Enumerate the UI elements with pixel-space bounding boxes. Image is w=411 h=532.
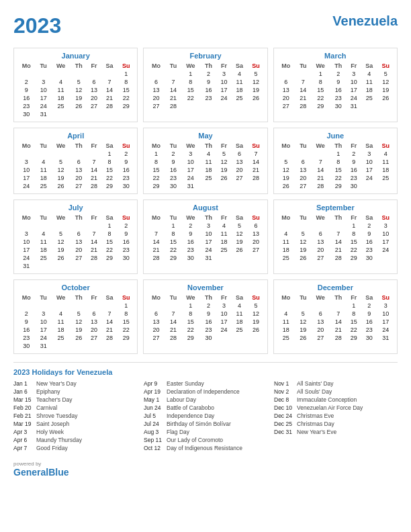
cal-day bbox=[311, 302, 330, 310]
month-block-october: OctoberMoTuWeThFrSaSu1234567891011121314… bbox=[13, 279, 138, 354]
cal-day: 31 bbox=[377, 334, 394, 342]
cal-day: 30 bbox=[330, 102, 347, 110]
month-name: January bbox=[17, 52, 134, 60]
cal-day: 16 bbox=[17, 326, 36, 334]
cal-day: 27 bbox=[247, 246, 264, 254]
cal-day: 10 bbox=[377, 310, 394, 318]
cal-day: 11 bbox=[51, 86, 71, 94]
cal-day: 20 bbox=[146, 326, 165, 334]
cal-day: 3 bbox=[17, 230, 36, 238]
cal-day bbox=[51, 222, 71, 230]
cal-day: 1 bbox=[101, 150, 118, 158]
cal-day: 27 bbox=[146, 334, 165, 342]
holidays-section: 2023 Holidays for Venezuela Jan 1New Yea… bbox=[13, 362, 398, 453]
cal-day: 18 bbox=[277, 326, 295, 334]
cal-day: 2 bbox=[118, 222, 134, 230]
cal-day: 7 bbox=[330, 230, 347, 238]
cal-day: 12 bbox=[247, 310, 264, 318]
cal-table: MoTuWeThFrSaSu12345678910111213141516171… bbox=[277, 62, 394, 110]
cal-day bbox=[71, 222, 87, 230]
cal-day bbox=[17, 70, 36, 78]
cal-day: 21 bbox=[101, 94, 118, 102]
cal-day: 18 bbox=[51, 326, 71, 334]
cal-day: 29 bbox=[118, 102, 134, 110]
cal-day: 18 bbox=[36, 246, 51, 254]
cal-day: 3 bbox=[377, 222, 394, 230]
cal-day: 3 bbox=[181, 150, 200, 158]
cal-day: 24 bbox=[216, 94, 231, 102]
cal-day: 28 bbox=[146, 254, 165, 262]
cal-day: 28 bbox=[247, 174, 264, 182]
holiday-name: Christmas Day bbox=[297, 420, 334, 427]
holiday-name: Christmas Eve bbox=[297, 412, 334, 419]
cal-day: 29 bbox=[101, 182, 118, 190]
cal-day: 9 bbox=[361, 310, 377, 318]
cal-day: 17 bbox=[36, 94, 51, 102]
cal-day: 15 bbox=[347, 318, 361, 326]
holiday-item: Dec 31New Year's Eve bbox=[274, 429, 398, 435]
cal-day: 18 bbox=[231, 86, 247, 94]
cal-day: 13 bbox=[87, 318, 101, 326]
cal-day: 12 bbox=[295, 238, 311, 246]
cal-day: 15 bbox=[330, 166, 347, 174]
cal-day: 6 bbox=[311, 230, 330, 238]
cal-day: 12 bbox=[51, 238, 71, 246]
cal-day: 21 bbox=[146, 246, 165, 254]
cal-day: 8 bbox=[101, 230, 118, 238]
holiday-name: Battle of Carabobo bbox=[167, 404, 214, 411]
cal-day: 21 bbox=[247, 166, 264, 174]
cal-day: 6 bbox=[295, 158, 311, 166]
cal-day: 25 bbox=[277, 254, 295, 262]
cal-day bbox=[36, 302, 51, 310]
month-name: September bbox=[277, 204, 394, 212]
cal-day: 31 bbox=[181, 182, 200, 190]
cal-day bbox=[295, 222, 311, 230]
cal-day: 18 bbox=[216, 238, 231, 246]
cal-day bbox=[166, 302, 181, 310]
cal-day: 2 bbox=[361, 222, 377, 230]
cal-day: 21 bbox=[166, 326, 181, 334]
cal-day: 8 bbox=[330, 158, 347, 166]
cal-day: 22 bbox=[181, 94, 200, 102]
cal-day: 23 bbox=[200, 326, 216, 334]
cal-day: 11 bbox=[36, 238, 51, 246]
cal-day bbox=[231, 254, 247, 262]
cal-day: 5 bbox=[71, 310, 87, 318]
holiday-date: Aug 3 bbox=[144, 429, 164, 435]
cal-day: 28 bbox=[87, 254, 101, 262]
cal-day bbox=[330, 222, 347, 230]
cal-day: 5 bbox=[51, 158, 71, 166]
cal-day: 22 bbox=[101, 246, 118, 254]
month-name: August bbox=[146, 204, 264, 212]
cal-day: 26 bbox=[216, 174, 231, 182]
cal-day: 14 bbox=[87, 238, 101, 246]
month-name: November bbox=[146, 283, 264, 292]
cal-day: 20 bbox=[71, 246, 87, 254]
cal-day: 27 bbox=[277, 102, 295, 110]
cal-day bbox=[247, 334, 264, 342]
holiday-date: Apr 3 bbox=[13, 429, 34, 435]
cal-day bbox=[146, 222, 165, 230]
cal-day bbox=[17, 222, 36, 230]
cal-day: 29 bbox=[118, 334, 134, 342]
holiday-date: Jan 6 bbox=[13, 388, 34, 395]
cal-day: 2 bbox=[181, 222, 200, 230]
holiday-date: Nov 2 bbox=[274, 388, 294, 395]
cal-day: 10 bbox=[181, 158, 200, 166]
cal-day: 28 bbox=[295, 102, 311, 110]
cal-day: 19 bbox=[71, 94, 87, 102]
cal-day: 15 bbox=[118, 86, 134, 94]
cal-day: 31 bbox=[17, 262, 36, 270]
holiday-name: All Souls' Day bbox=[297, 388, 332, 395]
cal-day: 22 bbox=[347, 246, 361, 254]
month-name: May bbox=[146, 132, 264, 140]
holiday-item: Apr 19Declaration of Independence bbox=[144, 388, 267, 395]
month-block-january: JanuaryMoTuWeThFrSaSu1234567891011121314… bbox=[13, 48, 138, 122]
cal-day: 7 bbox=[101, 78, 118, 86]
cal-day: 1 bbox=[101, 222, 118, 230]
cal-day: 24 bbox=[377, 326, 394, 334]
cal-day: 14 bbox=[295, 86, 311, 94]
cal-table: MoTuWeThFrSaSu12345678910111213141516171… bbox=[17, 214, 134, 270]
cal-day: 4 bbox=[51, 78, 71, 86]
cal-day: 9 bbox=[347, 158, 361, 166]
